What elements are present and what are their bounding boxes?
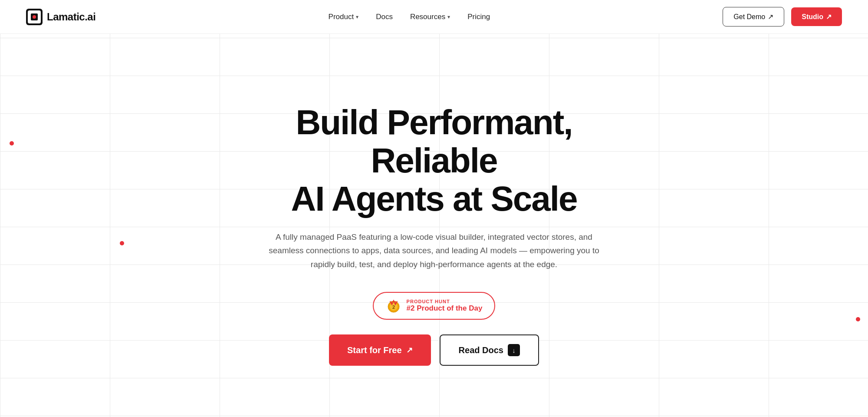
svg-text:2: 2 bbox=[392, 304, 395, 310]
logo-text: Lamatic.ai bbox=[47, 11, 95, 23]
read-docs-button[interactable]: Read Docs ↓ bbox=[440, 334, 539, 366]
hero-section: Build Performant, Reliable AI Agents at … bbox=[0, 34, 868, 366]
nav-product[interactable]: Product ▾ bbox=[329, 13, 359, 21]
ph-rank-title: #2 Product of the Day bbox=[407, 304, 483, 313]
navbar: Lamatic.ai Product ▾ Docs Resources ▾ Pr… bbox=[0, 0, 868, 34]
download-icon: ↓ bbox=[508, 344, 520, 356]
ph-text: PRODUCT HUNT #2 Product of the Day bbox=[407, 299, 483, 313]
nav-pricing[interactable]: Pricing bbox=[467, 13, 490, 21]
nav-resources[interactable]: Resources ▾ bbox=[410, 13, 450, 21]
ph-label: PRODUCT HUNT bbox=[407, 299, 450, 304]
logo-icon bbox=[26, 9, 43, 25]
arrow-icon-start: ↗ bbox=[406, 345, 413, 355]
cta-buttons: Start for Free ↗ Read Docs ↓ bbox=[329, 334, 539, 366]
nav-links: Product ▾ Docs Resources ▾ Pricing bbox=[329, 13, 490, 21]
start-for-free-button[interactable]: Start for Free ↗ bbox=[329, 334, 431, 366]
studio-button[interactable]: Studio ↗ bbox=[791, 7, 842, 26]
get-demo-button[interactable]: Get Demo ↗ bbox=[723, 7, 784, 26]
hero-subtitle: A fully managed PaaS featuring a low-cod… bbox=[265, 230, 603, 271]
nav-docs[interactable]: Docs bbox=[376, 13, 393, 21]
chevron-down-icon-resources: ▾ bbox=[447, 14, 450, 20]
arrow-icon: ↗ bbox=[768, 13, 773, 21]
hero-title: Build Performant, Reliable AI Agents at … bbox=[247, 103, 621, 218]
medal-icon: 2 bbox=[386, 298, 401, 314]
chevron-down-icon: ▾ bbox=[356, 14, 358, 20]
product-hunt-badge[interactable]: 2 PRODUCT HUNT #2 Product of the Day bbox=[373, 292, 496, 320]
svg-point-3 bbox=[33, 15, 36, 19]
nav-actions: Get Demo ↗ Studio ↗ bbox=[723, 7, 842, 26]
arrow-icon-studio: ↗ bbox=[826, 13, 832, 21]
logo[interactable]: Lamatic.ai bbox=[26, 9, 95, 25]
